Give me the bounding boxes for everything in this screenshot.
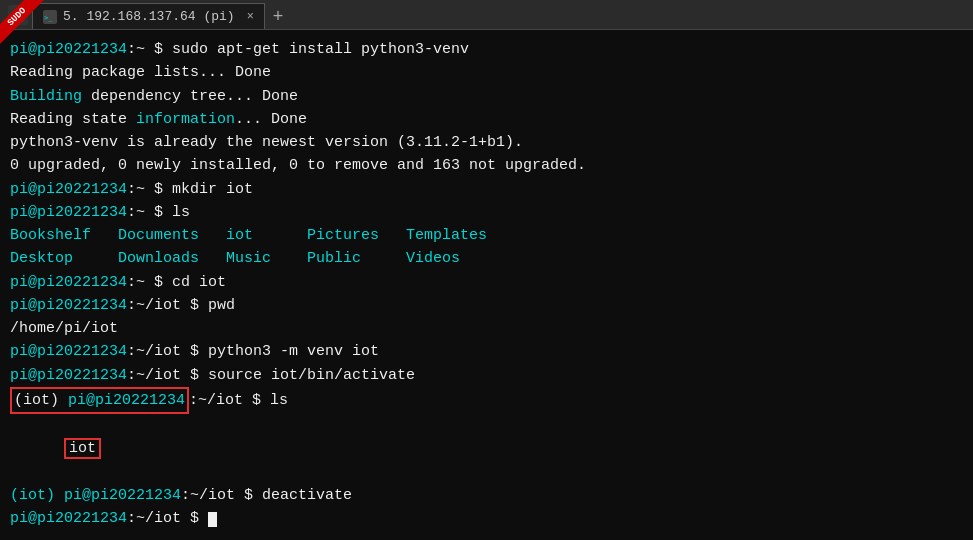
terminal-line: pi@pi20221234:~ $ ls [10, 201, 963, 224]
terminal-line: pi@pi20221234:~ $ mkdir iot [10, 178, 963, 201]
tab-icon: >_ [43, 10, 57, 24]
terminal-line: pi@pi20221234:~/iot $ source iot/bin/act… [10, 364, 963, 387]
terminal-cursor [208, 512, 217, 527]
terminal-line: Bookshelf Documents iot Pictures Templat… [10, 224, 963, 247]
active-tab[interactable]: >_ 5. 192.168.137.64 (pi) × [32, 3, 265, 29]
terminal-line: Building dependency tree... Done [10, 85, 963, 108]
venv-indicator: (iot) pi@pi20221234 [10, 387, 189, 414]
terminal-icon: >_ [4, 1, 32, 29]
svg-text:>_: >_ [44, 14, 53, 22]
terminal-line: pi@pi20221234:~/iot $ python3 -m venv io… [10, 340, 963, 363]
prompt: pi@pi20221234 [10, 41, 127, 58]
titlebar: >_ >_ 5. 192.168.137.64 (pi) × + [0, 0, 973, 30]
terminal-line: pi@pi20221234:~ $ cd iot [10, 271, 963, 294]
svg-text:>_: >_ [11, 10, 24, 22]
terminal-line: Reading state information... Done [10, 108, 963, 131]
iot-directory: iot [64, 438, 101, 459]
terminal-line: python3-venv is already the newest versi… [10, 131, 963, 154]
terminal-line: 0 upgraded, 0 newly installed, 0 to remo… [10, 154, 963, 177]
tab-close-button[interactable]: × [247, 10, 254, 24]
terminal-line: pi@pi20221234:~/iot $ pwd [10, 294, 963, 317]
terminal-line: pi@pi20221234:~ $ sudo apt-get install p… [10, 38, 963, 61]
new-tab-button[interactable]: + [265, 3, 292, 29]
tabs-area: >_ 5. 192.168.137.64 (pi) × + [32, 0, 973, 29]
terminal-line: Desktop Downloads Music Public Videos [10, 247, 963, 270]
terminal-line-boxed-prompt: (iot) pi@pi20221234:~/iot $ ls [10, 387, 963, 414]
terminal-line-boxed-iot: iot [10, 414, 963, 484]
terminal-line-current: pi@pi20221234:~/iot $ [10, 507, 963, 530]
terminal-body: pi@pi20221234:~ $ sudo apt-get install p… [0, 30, 973, 540]
tab-label: 5. 192.168.137.64 (pi) [63, 9, 235, 24]
terminal-line: Reading package lists... Done [10, 61, 963, 84]
terminal-line: /home/pi/iot [10, 317, 963, 340]
terminal-line: (iot) pi@pi20221234:~/iot $ deactivate [10, 484, 963, 507]
